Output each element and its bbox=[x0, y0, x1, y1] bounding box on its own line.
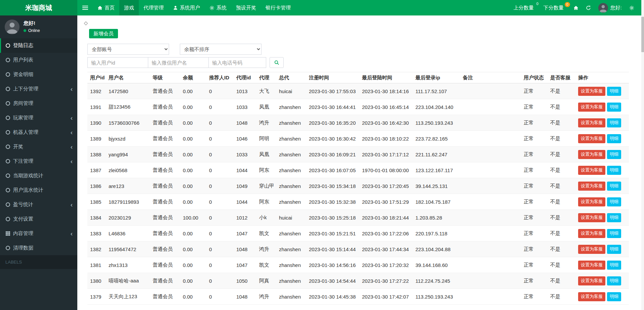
sidebar-item-clean-data[interactable]: 清理数据 bbox=[0, 241, 77, 255]
cell-last-login: 2023-01-30 17:42:07 bbox=[359, 289, 413, 305]
cell-status: 正常 bbox=[521, 226, 548, 241]
cell-last-ip: 112.224.75.245 bbox=[413, 273, 460, 289]
sidebar-item-player-management[interactable]: 玩家管理‹ bbox=[0, 111, 77, 125]
sidebar-item-label: 机器人管理 bbox=[13, 129, 38, 135]
nav-item-bank-card-management[interactable]: 银行卡管理 bbox=[261, 0, 295, 15]
home-button[interactable] bbox=[570, 5, 582, 10]
nav-item-agent-management[interactable]: 代理管理 bbox=[139, 0, 168, 15]
cell-reg-time: 2023-01-30 14:45:38 bbox=[306, 289, 359, 305]
refresh-button[interactable] bbox=[582, 5, 595, 10]
cell-agent-id: 1044 bbox=[234, 194, 256, 210]
breadcrumb-icon[interactable] bbox=[83, 21, 88, 26]
nav-item-preset-lottery[interactable]: 预设开奖 bbox=[231, 0, 261, 15]
sidebar-toggle-button[interactable] bbox=[77, 0, 93, 15]
nav-item-games[interactable]: 游戏 bbox=[119, 0, 139, 15]
cell-status: 正常 bbox=[521, 210, 548, 226]
set-cs-button[interactable]: 设置为客服 bbox=[578, 213, 605, 222]
detail-button[interactable]: 明细 bbox=[607, 292, 621, 301]
set-cs-button[interactable]: 设置为客服 bbox=[578, 150, 605, 159]
sidebar-item-room-management[interactable]: 房间管理 bbox=[0, 96, 77, 111]
search-button[interactable] bbox=[270, 57, 284, 68]
wechat-username-input[interactable] bbox=[148, 57, 209, 68]
cell-remark bbox=[460, 147, 521, 162]
scrollbar-thumb[interactable] bbox=[641, 17, 644, 52]
set-cs-button[interactable]: 设置为客服 bbox=[578, 197, 605, 206]
set-cs-button[interactable]: 设置为客服 bbox=[578, 292, 605, 301]
nav-item-system[interactable]: 系统 bbox=[205, 0, 231, 15]
sidebar-item-label: 用户列表 bbox=[13, 57, 33, 63]
account-filter-select[interactable]: 全部账号 bbox=[87, 44, 169, 55]
app-logo[interactable]: 米珈商城 bbox=[0, 0, 77, 15]
detail-button[interactable]: 明细 bbox=[607, 118, 621, 127]
cell-agent-id: 1044 bbox=[234, 162, 256, 178]
set-cs-button[interactable]: 设置为客服 bbox=[578, 87, 605, 96]
cell-user-id: 1382 bbox=[87, 241, 106, 257]
add-member-button[interactable]: 新增会员 bbox=[89, 29, 118, 38]
detail-button[interactable]: 明细 bbox=[607, 229, 621, 238]
search-icon bbox=[274, 60, 279, 65]
sidebar-item-content-management[interactable]: 内容管理‹ bbox=[0, 226, 77, 241]
cell-agent: 大飞 bbox=[256, 83, 276, 99]
set-cs-button[interactable]: 设置为客服 bbox=[578, 276, 605, 285]
detail-button[interactable]: 明细 bbox=[607, 261, 621, 270]
sidebar-item-login-log[interactable]: 登陆日志 bbox=[0, 38, 77, 53]
detail-button[interactable]: 明细 bbox=[607, 103, 621, 112]
detail-button[interactable]: 明细 bbox=[607, 134, 621, 143]
set-cs-button[interactable]: 设置为客服 bbox=[578, 166, 605, 175]
detail-button[interactable]: 明细 bbox=[607, 87, 621, 96]
cell-general-agent: zhanshen bbox=[276, 194, 306, 210]
sidebar-item: 盈亏统计‹ bbox=[0, 197, 77, 212]
cell-balance: 0.00 bbox=[180, 241, 206, 257]
set-cs-button[interactable]: 设置为客服 bbox=[578, 261, 605, 270]
cell-username: zhx1313 bbox=[106, 257, 150, 273]
cell-general-agent: zhanshen bbox=[276, 178, 306, 194]
settings-button[interactable] bbox=[626, 5, 638, 10]
cell-reg-time: 2023-01-30 15:32:38 bbox=[306, 194, 359, 210]
detail-button[interactable]: 明细 bbox=[607, 245, 621, 254]
sidebar-item-score-management[interactable]: 上下分管理‹ bbox=[0, 82, 77, 96]
cell-last-ip: 223.104.204.140 bbox=[413, 99, 460, 115]
user-id-input[interactable] bbox=[87, 57, 148, 68]
sidebar-greeting: 您好! bbox=[24, 20, 40, 27]
detail-button[interactable]: 明细 bbox=[607, 213, 621, 222]
nav-item-home[interactable]: 首页 bbox=[93, 0, 119, 15]
down-score-label: 下分数量 bbox=[544, 0, 564, 15]
sidebar-item-fund-details[interactable]: 资金明细 bbox=[0, 67, 77, 82]
cell-actions: 设置为客服明细 bbox=[575, 99, 629, 115]
sidebar-item-payment-settings[interactable]: 支付设置 bbox=[0, 212, 77, 226]
sidebar-item-profit-loss-stats[interactable]: 盈亏统计‹ bbox=[0, 197, 77, 212]
detail-button[interactable]: 明细 bbox=[607, 150, 621, 159]
cell-level: 普通会员 bbox=[150, 131, 180, 147]
cell-last-ip: 113.250.193.243 bbox=[413, 115, 460, 131]
cell-remark bbox=[460, 83, 521, 99]
up-score-button[interactable]: 上分数量 0 bbox=[510, 0, 540, 15]
detail-button[interactable]: 明细 bbox=[607, 276, 621, 285]
down-score-button[interactable]: 下分数量 0 bbox=[540, 0, 570, 15]
online-status-label: Online bbox=[28, 28, 40, 33]
detail-button[interactable]: 明细 bbox=[607, 197, 621, 206]
sidebar-item-user-list[interactable]: 用户列表 bbox=[0, 53, 77, 67]
balance-sort-select[interactable]: 余额不排序 bbox=[180, 44, 261, 55]
sidebar-item-robot-management[interactable]: 机器人管理‹ bbox=[0, 125, 77, 140]
detail-button[interactable]: 明细 bbox=[607, 182, 621, 191]
phone-number-input[interactable] bbox=[208, 57, 266, 68]
cell-general-agent: huicai bbox=[276, 83, 306, 99]
set-cs-button[interactable]: 设置为客服 bbox=[578, 103, 605, 112]
cell-reg-time: 2023-01-30 14:54:44 bbox=[306, 273, 359, 289]
user-menu[interactable]: 您好: bbox=[595, 0, 626, 15]
detail-button[interactable]: 明细 bbox=[607, 166, 621, 175]
sidebar-item-lottery[interactable]: 开奖‹ bbox=[0, 140, 77, 154]
member-list-panel: 新增会员 全部账号 余额不排序 用户id用户名等级余额推荐人ID代理id代理总代… bbox=[77, 29, 641, 305]
sidebar-item-user-flow-stats[interactable]: 用户流水统计 bbox=[0, 183, 77, 197]
sidebar-item-current-game-stats[interactable]: 当期游戏统计 bbox=[0, 168, 77, 183]
set-cs-button[interactable]: 设置为客服 bbox=[578, 229, 605, 238]
sidebar-item: 清理数据 bbox=[0, 241, 77, 255]
set-cs-button[interactable]: 设置为客服 bbox=[578, 134, 605, 143]
set-cs-button[interactable]: 设置为客服 bbox=[578, 182, 605, 191]
set-cs-button[interactable]: 设置为客服 bbox=[578, 118, 605, 127]
sidebar-item-bet-management[interactable]: 下注管理‹ bbox=[0, 154, 77, 168]
nav-item-system-users[interactable]: 系统用户 bbox=[168, 0, 205, 15]
cell-last-ip: 223.72.82.165 bbox=[413, 131, 460, 147]
cell-remark bbox=[460, 241, 521, 257]
set-cs-button[interactable]: 设置为客服 bbox=[578, 245, 605, 254]
